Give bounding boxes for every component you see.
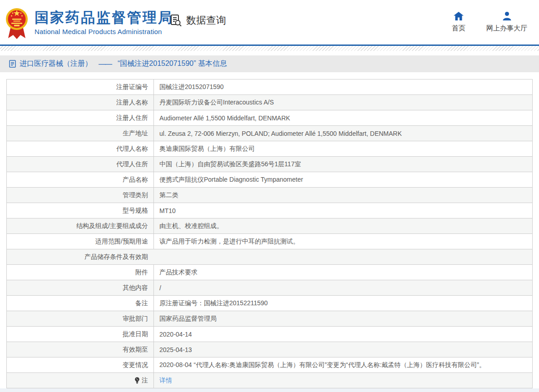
table-row: 代理人住所中国（上海）自由贸易试验区美盛路56号1层117室: [7, 157, 532, 172]
table-row: 生产地址ul. Zeusa 2, 72-006 Mierzyn, POLAND;…: [7, 126, 532, 141]
row-label-text: 注册证编号: [116, 83, 148, 91]
site-subtitle: National Medical Products Administration: [35, 28, 173, 35]
row-value: 原注册证编号：国械注进20152211590: [153, 296, 532, 311]
row-label-text: 有效期至: [123, 346, 148, 354]
row-value: 中国（上海）自由贸易试验区美盛路56号1层117室: [153, 157, 532, 172]
row-label: 注册证编号: [7, 79, 153, 94]
row-value-text: 国家药品监督管理局: [159, 315, 217, 323]
row-label: 产品名称: [7, 172, 153, 187]
row-value-text: 国械注进20152071590: [159, 83, 224, 91]
row-label-text: 代理人名称: [116, 145, 148, 153]
data-query-nav[interactable]: 数据查询: [170, 14, 226, 27]
row-value-text: 便携式声阻抗仪Portable Diagnostic Tympanometer: [159, 176, 303, 184]
nmpa-emblem-logo: [5, 5, 28, 40]
site-title: 国家药品监督管理局: [35, 10, 173, 25]
row-label: 型号规格: [7, 203, 153, 218]
row-value: 由主机、校准腔组成。: [153, 218, 532, 233]
row-label-text: 结构及组成/主要组成成分: [76, 222, 148, 230]
row-value: 国家药品监督管理局: [153, 311, 532, 326]
row-value: 2020-04-14: [153, 327, 532, 342]
row-label-text: 产品储存条件及有效期: [84, 253, 148, 261]
row-label: 变更情况: [7, 357, 153, 372]
row-label-text: 型号规格: [123, 207, 148, 215]
row-label: 适用范围/预期用途: [7, 234, 153, 249]
table-row: 审批部门国家药品监督管理局: [7, 311, 532, 327]
table-row: 代理人名称奥迪康国际贸易（上海）有限公司: [7, 141, 532, 157]
table-row: 注册人名称丹麦国际听力设备公司Interacoustics A/S: [7, 95, 532, 110]
nav-home[interactable]: 首页: [452, 12, 465, 33]
top-nav: 首页 网上办事大厅: [452, 12, 527, 33]
table-row: 适用范围/预期用途该产品用于听力检测，是进行中耳的声阻抗测试。: [7, 234, 532, 249]
row-label: 代理人名称: [7, 141, 153, 156]
main-content: 注册证编号国械注进20152071590注册人名称丹麦国际听力设备公司Inter…: [0, 79, 539, 388]
user-icon: [502, 12, 512, 20]
row-label-text: 适用范围/预期用途: [95, 238, 148, 246]
table-row: 备注原注册证编号：国械注进20152211590: [7, 296, 532, 311]
breadcrumb-dash: ——: [99, 60, 111, 68]
page: 国家药品监督管理局 National Medical Products Admi…: [0, 0, 539, 392]
breadcrumb-category[interactable]: 进口医疗器械（注册）: [20, 59, 92, 69]
row-value-text: 奥迪康国际贸易（上海）有限公司: [159, 145, 255, 153]
table-row: 型号规格MT10: [7, 203, 532, 218]
row-label: 结构及组成/主要组成成分: [7, 218, 153, 233]
row-value: ul. Zeusa 2, 72-006 Mierzyn, POLAND; Aud…: [153, 126, 532, 141]
table-row: 管理类别第二类: [7, 188, 532, 203]
row-label-text: 审批部门: [123, 315, 148, 323]
table-row: 注详情: [7, 373, 532, 388]
hatch-band: [0, 46, 539, 51]
row-value: 2025-04-13: [153, 342, 532, 357]
row-value-text: ul. Zeusa 2, 72-006 Mierzyn, POLAND; Aud…: [159, 130, 402, 137]
breadcrumb: 进口医疗器械（注册） —— “国械注进20152071590” 基本信息: [0, 55, 539, 72]
row-label: 备注: [7, 296, 153, 311]
nav-service-hall-label: 网上办事大厅: [486, 24, 527, 33]
row-label: 生产地址: [7, 126, 153, 141]
row-label: 注册人名称: [7, 95, 153, 110]
row-value: Audiometer Allé 1,5500 Middelfart, DENMA…: [153, 110, 532, 125]
row-label: 管理类别: [7, 188, 153, 203]
row-value-text: 原注册证编号：国械注进20152211590: [159, 299, 268, 308]
row-label: 注: [7, 373, 153, 388]
registration-info-table: 注册证编号国械注进20152071590注册人名称丹麦国际听力设备公司Inter…: [6, 79, 533, 388]
row-label-text: 产品名称: [123, 176, 148, 184]
row-value-text: Audiometer Allé 1,5500 Middelfart, DENMA…: [159, 114, 290, 122]
row-value-text: 丹麦国际听力设备公司Interacoustics A/S: [159, 99, 274, 107]
table-row: 批准日期2020-04-14: [7, 327, 532, 342]
row-label-text: 变更情况: [123, 361, 148, 369]
row-value-text: 2020-08-04 “代理人名称:奥迪康国际贸易（上海）有限公司”变更为“代理…: [159, 361, 485, 369]
document-icon: [9, 60, 16, 68]
row-value-text: 2025-04-13: [159, 346, 192, 353]
row-label: 有效期至: [7, 342, 153, 357]
row-label: 注册人住所: [7, 110, 153, 125]
row-value-text: /: [159, 284, 161, 292]
row-label: 其他内容: [7, 280, 153, 295]
row-label-text: 附件: [135, 268, 148, 277]
table-row: 注册人住所Audiometer Allé 1,5500 Middelfart, …: [7, 110, 532, 126]
row-label: 产品储存条件及有效期: [7, 249, 153, 264]
row-value: 丹麦国际听力设备公司Interacoustics A/S: [153, 95, 532, 110]
table-row: 有效期至2025-04-13: [7, 342, 532, 357]
data-query-icon: [170, 14, 182, 27]
details-link[interactable]: 详情: [159, 377, 172, 385]
data-query-label: 数据查询: [186, 14, 226, 27]
row-label-text: 批准日期: [123, 330, 148, 338]
row-label: 附件: [7, 265, 153, 280]
table-row: 其他内容/: [7, 280, 532, 296]
nav-service-hall[interactable]: 网上办事大厅: [486, 12, 527, 33]
table-row: 产品名称便携式声阻抗仪Portable Diagnostic Tympanome…: [7, 172, 532, 188]
bulb-icon: [134, 377, 140, 384]
row-value-text: 第二类: [159, 191, 178, 199]
row-label-text: 注册人名称: [116, 99, 148, 107]
row-value-text: 产品技术要求: [159, 268, 198, 277]
row-value: MT10: [153, 203, 532, 218]
row-label-text: 其他内容: [123, 284, 148, 292]
row-label: 审批部门: [7, 311, 153, 326]
row-value: 该产品用于听力检测，是进行中耳的声阻抗测试。: [153, 234, 532, 249]
row-label: 批准日期: [7, 327, 153, 342]
site-header: 国家药品监督管理局 National Medical Products Admi…: [0, 0, 539, 45]
row-value: 第二类: [153, 188, 532, 203]
row-value: 奥迪康国际贸易（上海）有限公司: [153, 141, 532, 156]
nav-home-label: 首页: [452, 24, 465, 33]
row-value-text: 由主机、校准腔组成。: [159, 222, 223, 230]
row-value: 国械注进20152071590: [153, 79, 532, 94]
row-label-text: 注册人住所: [116, 114, 148, 122]
